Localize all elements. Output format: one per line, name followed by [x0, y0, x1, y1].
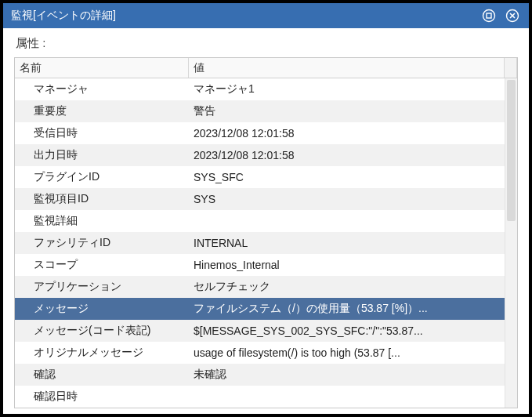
- table-row[interactable]: 重要度警告: [15, 100, 517, 122]
- cell-value: 2023/12/08 12:01:58: [189, 122, 517, 144]
- cell-name: 監視詳細: [15, 210, 189, 232]
- column-header-value[interactable]: 値: [189, 58, 505, 78]
- table-row[interactable]: プラグインIDSYS_SFC: [15, 166, 517, 188]
- cell-value: 2023/12/08 12:01:58: [189, 144, 517, 166]
- table-row[interactable]: 監視詳細: [15, 210, 517, 232]
- cell-value: SYS: [189, 188, 517, 210]
- table-row[interactable]: 確認日時: [15, 386, 517, 408]
- grid-body: マネージャマネージャ1重要度警告受信日時2023/12/08 12:01:58出…: [15, 78, 517, 408]
- cell-name: ファシリティID: [15, 232, 189, 254]
- window-title: 監視[イベントの詳細]: [11, 9, 474, 23]
- table-row[interactable]: メッセージファイルシステム（/）の使用量（53.87 [%]）...: [15, 298, 517, 320]
- restore-button[interactable]: [480, 7, 498, 24]
- cell-value: usage of filesystem(/) is too high (53.8…: [189, 342, 517, 364]
- cell-value: [189, 210, 517, 232]
- column-header-scroll: [505, 58, 517, 78]
- grid-header: 名前 値: [15, 58, 517, 78]
- cell-name: 重要度: [15, 100, 189, 122]
- table-row[interactable]: 確認未確認: [15, 364, 517, 386]
- close-button[interactable]: [504, 7, 521, 24]
- dialog-window: 監視[イベントの詳細] 属性 : 名前 値: [3, 3, 529, 414]
- table-row[interactable]: ファシリティIDINTERNAL: [15, 232, 517, 254]
- cell-name: マネージャ: [15, 78, 189, 100]
- cell-name: アプリケーション: [15, 276, 189, 298]
- cell-name: スコープ: [15, 254, 189, 276]
- svg-rect-1: [487, 13, 491, 18]
- close-icon: [505, 9, 519, 23]
- table-row[interactable]: 出力日時2023/12/08 12:01:58: [15, 144, 517, 166]
- titlebar: 監視[イベントの詳細]: [3, 3, 529, 28]
- cell-value: [189, 386, 517, 408]
- properties-grid: 名前 値 マネージャマネージャ1重要度警告受信日時2023/12/08 12:0…: [14, 57, 518, 408]
- table-row[interactable]: 受信日時2023/12/08 12:01:58: [15, 122, 517, 144]
- cell-name: メッセージ(コード表記): [15, 320, 189, 342]
- restore-icon: [482, 9, 496, 23]
- table-wrap: 名前 値 マネージャマネージャ1重要度警告受信日時2023/12/08 12:0…: [3, 57, 529, 414]
- cell-value: マネージャ1: [189, 78, 517, 100]
- table-row[interactable]: オリジナルメッセージusage of filesystem(/) is too …: [15, 342, 517, 364]
- cell-value: $[MESSAGE_SYS_002_SYS_SFC:"/":"53.87...: [189, 320, 517, 342]
- table-row[interactable]: アプリケーションセルフチェック: [15, 276, 517, 298]
- scrollbar-thumb[interactable]: [507, 80, 516, 221]
- cell-name: 受信日時: [15, 122, 189, 144]
- cell-name: 確認: [15, 364, 189, 386]
- cell-value: セルフチェック: [189, 276, 517, 298]
- cell-value: 未確認: [189, 364, 517, 386]
- cell-name: プラグインID: [15, 166, 189, 188]
- cell-name: 出力日時: [15, 144, 189, 166]
- attributes-label: 属性 :: [3, 28, 529, 57]
- cell-name: オリジナルメッセージ: [15, 342, 189, 364]
- cell-value: SYS_SFC: [189, 166, 517, 188]
- table-row[interactable]: マネージャマネージャ1: [15, 78, 517, 100]
- svg-point-0: [483, 10, 495, 22]
- cell-name: 監視項目ID: [15, 188, 189, 210]
- cell-value: Hinemos_Internal: [189, 254, 517, 276]
- cell-value: ファイルシステム（/）の使用量（53.87 [%]）...: [189, 298, 517, 320]
- cell-name: 確認日時: [15, 386, 189, 408]
- table-row[interactable]: 監視項目IDSYS: [15, 188, 517, 210]
- column-header-name[interactable]: 名前: [15, 58, 189, 78]
- table-row[interactable]: スコープHinemos_Internal: [15, 254, 517, 276]
- cell-value: 警告: [189, 100, 517, 122]
- table-row[interactable]: メッセージ(コード表記)$[MESSAGE_SYS_002_SYS_SFC:"/…: [15, 320, 517, 342]
- cell-name: メッセージ: [15, 298, 189, 320]
- cell-value: INTERNAL: [189, 232, 517, 254]
- vertical-scrollbar[interactable]: [505, 78, 517, 408]
